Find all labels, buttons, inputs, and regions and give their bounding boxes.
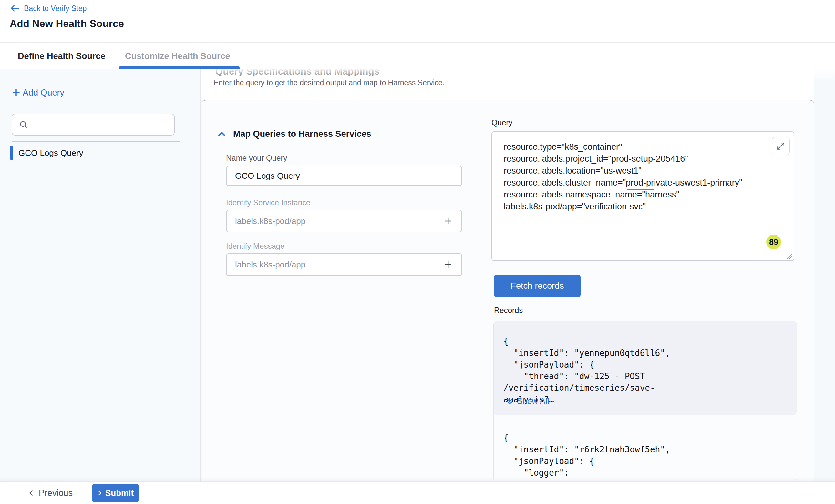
chevron-left-icon: [28, 489, 35, 497]
query-item-label: GCO Logs Query: [18, 148, 83, 158]
record-card: { "insertId": "r6rk2tnah3owf5eh", "jsonP…: [494, 426, 797, 482]
health-source-tabs: Define Health Source Customize Health So…: [0, 42, 835, 69]
show-all-link[interactable]: Show All: [506, 396, 549, 406]
resize-handle-icon[interactable]: [784, 251, 793, 259]
query-sidebar: Add Query GCO Logs Query: [0, 69, 201, 481]
show-all-label: Show All: [517, 396, 549, 406]
add-query-label: Add Query: [23, 88, 64, 98]
add-service-instance-plus-icon[interactable]: [443, 215, 454, 227]
back-link-label: Back to Verify Step: [24, 4, 86, 13]
sidebar-item-gco-logs-query[interactable]: GCO Logs Query: [10, 146, 191, 160]
add-message-plus-icon[interactable]: [443, 259, 454, 270]
add-health-source-screen: Add Query GCO Logs Query Query Specifica…: [0, 0, 835, 504]
spellcheck-underline: [627, 189, 654, 190]
map-queries-section-header[interactable]: Map Queries to Harness Services: [217, 129, 371, 139]
identify-message-label: Identify Message: [226, 242, 284, 251]
query-textarea[interactable]: resource.type="k8s_container" resource.l…: [491, 131, 794, 261]
identify-service-instance-label: Identify Service Instance: [226, 198, 310, 207]
chevron-up-icon[interactable]: [217, 129, 227, 139]
back-to-verify-step-link[interactable]: Back to Verify Step: [10, 3, 86, 14]
query-label: Query: [491, 118, 512, 127]
previous-button[interactable]: Previous: [28, 482, 73, 504]
back-arrow-icon: [10, 3, 20, 14]
name-query-label: Name your Query: [226, 153, 287, 163]
submit-label: Submit: [105, 488, 134, 498]
map-queries-title: Map Queries to Harness Services: [233, 129, 371, 139]
tab-customize-health-source[interactable]: Customize Health Source: [125, 43, 230, 69]
expand-query-button[interactable]: [772, 137, 790, 155]
fetch-records-button[interactable]: Fetch records: [494, 275, 581, 297]
previous-label: Previous: [39, 488, 73, 498]
record-json: { "insertId": "yennepun0qtd6ll6", "jsonP…: [503, 336, 788, 405]
service-instance-input[interactable]: labels.k8s-pod/app: [226, 210, 462, 232]
records-container: { "insertId": "yennepun0qtd6ll6", "jsonP…: [493, 321, 797, 482]
page-header: Back to Verify Step Add New Health Sourc…: [0, 0, 835, 42]
page-title: Add New Health Source: [10, 18, 124, 30]
tab-define-health-source[interactable]: Define Health Source: [18, 43, 106, 69]
query-text[interactable]: resource.type="k8s_container" resource.l…: [504, 141, 781, 213]
content-area: Add Query GCO Logs Query Query Specifica…: [0, 69, 835, 481]
query-search-box[interactable]: [12, 113, 175, 135]
search-icon: [19, 120, 28, 129]
wizard-footer: Previous Submit: [0, 481, 835, 504]
main-area: Query Specifications and Mappings Enter …: [201, 69, 835, 481]
fullscreen-icon: [777, 142, 785, 150]
chevron-right-icon: [97, 490, 103, 496]
sidebar-divider: [12, 141, 180, 142]
query-name-input[interactable]: GCO Logs Query: [226, 166, 462, 186]
service-instance-placeholder: labels.k8s-pod/app: [235, 216, 305, 226]
character-count-badge: 89: [766, 235, 781, 249]
mapping-panel: Map Queries to Harness Services Name you…: [202, 100, 814, 481]
query-name-value: GCO Logs Query: [235, 171, 300, 181]
active-tab-indicator: [119, 66, 240, 69]
records-label: Records: [494, 306, 523, 315]
add-query-button[interactable]: Add Query: [11, 87, 64, 98]
search-input[interactable]: [33, 120, 162, 129]
record-json: { "insertId": "r6rk2tnah3owf5eh", "jsonP…: [503, 432, 788, 482]
identify-message-placeholder: labels.k8s-pod/app: [235, 260, 305, 270]
record-card: { "insertId": "yennepun0qtd6ll6", "jsonP…: [494, 321, 797, 415]
double-chevron-down-icon: [506, 398, 514, 405]
identify-message-input[interactable]: labels.k8s-pod/app: [226, 253, 462, 276]
plus-icon: [11, 87, 21, 98]
submit-button[interactable]: Submit: [92, 484, 139, 502]
section-subheading: Enter the query to get the desired outpu…: [214, 78, 445, 87]
selected-indicator: [10, 146, 13, 160]
